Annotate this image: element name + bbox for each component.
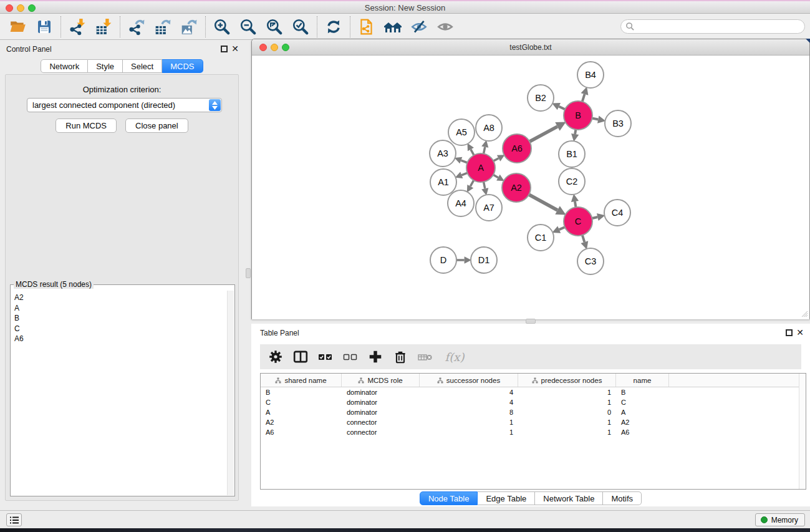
table-cell[interactable]: dominator: [342, 397, 420, 407]
tab-edge-table[interactable]: Edge Table: [478, 491, 535, 505]
table-cell[interactable]: C: [261, 397, 342, 407]
table-row[interactable]: Adominator80A: [261, 407, 806, 417]
table-cell[interactable]: 1: [518, 397, 616, 407]
session-title: Session: New Session: [0, 3, 810, 12]
result-item[interactable]: A2: [14, 293, 226, 303]
column-header-name[interactable]: name: [616, 374, 669, 387]
network-graph[interactable]: AA1A2A3A4A5A6A7A8BB1B2B3B4CC1C2C3C4DD1: [252, 56, 809, 319]
add-column-button[interactable]: [367, 349, 383, 365]
table-tabs: Node TableEdge TableNetwork TableMotifs: [251, 491, 810, 505]
refresh-button[interactable]: [321, 16, 347, 38]
tab-select[interactable]: Select: [123, 59, 162, 73]
edge-B-B4[interactable]: [582, 94, 584, 102]
horizontal-splitter-handle[interactable]: [526, 319, 536, 324]
zoom-out-button[interactable]: [235, 16, 261, 38]
table-row[interactable]: Bdominator41B: [261, 387, 806, 397]
table-cell[interactable]: C: [616, 397, 669, 407]
result-item[interactable]: A6: [14, 334, 226, 344]
zoom-in-button[interactable]: [209, 16, 235, 38]
tab-network[interactable]: Network: [41, 59, 88, 73]
node-label: B2: [535, 93, 546, 103]
export-table-button[interactable]: [150, 16, 176, 38]
memory-button[interactable]: Memory: [755, 513, 805, 526]
network-from-file-button[interactable]: [354, 16, 380, 38]
task-history-button[interactable]: [6, 513, 22, 526]
column-header-successor-nodes[interactable]: successor nodes: [420, 374, 518, 387]
eye-icon: [436, 18, 454, 36]
close-table-panel-icon[interactable]: ✕: [796, 327, 804, 337]
result-item[interactable]: C: [14, 324, 226, 334]
column-header-predecessor-nodes[interactable]: predecessor nodes: [518, 374, 616, 387]
vertical-splitter-handle[interactable]: [246, 268, 251, 278]
table-cell[interactable]: 4: [420, 387, 518, 397]
table-cell[interactable]: 1: [518, 427, 616, 437]
table-cell[interactable]: A6: [616, 427, 669, 437]
function-builder-button[interactable]: f(x): [442, 349, 467, 365]
tab-motifs[interactable]: Motifs: [603, 491, 642, 505]
export-image-button[interactable]: [176, 16, 202, 38]
network-window-titlebar[interactable]: testGlobe.txt: [252, 39, 809, 56]
table-cell[interactable]: B: [616, 387, 669, 397]
table-cell[interactable]: 1: [518, 387, 616, 397]
column-header-MCDS-role[interactable]: MCDS role: [342, 374, 420, 387]
open-session-button[interactable]: [5, 16, 31, 38]
table-cell[interactable]: connector: [342, 427, 420, 437]
edge-A2-C[interactable]: [528, 195, 557, 210]
save-session-button[interactable]: [31, 16, 57, 38]
table-cell[interactable]: A: [616, 407, 669, 417]
deselect-all-button[interactable]: [342, 349, 359, 365]
table-cell[interactable]: A2: [261, 417, 342, 427]
run-mcds-button[interactable]: Run MCDS: [55, 118, 117, 133]
node-table[interactable]: shared nameMCDS rolesuccessor nodesprede…: [260, 373, 806, 490]
close-panel-button[interactable]: Close panel: [125, 118, 188, 133]
show-columns-button[interactable]: [292, 349, 309, 365]
import-network-button[interactable]: [64, 16, 90, 38]
table-cell[interactable]: 1: [420, 427, 518, 437]
table-cell[interactable]: 8: [420, 407, 518, 417]
tab-mcds[interactable]: MCDS: [162, 59, 203, 73]
table-settings-button[interactable]: [268, 349, 284, 365]
tab-style[interactable]: Style: [88, 59, 123, 73]
close-panel-icon[interactable]: ✕: [231, 44, 239, 54]
refresh-icon: [325, 18, 342, 36]
delete-table-button[interactable]: [417, 349, 433, 365]
home-button[interactable]: [380, 16, 406, 38]
table-cell[interactable]: dominator: [342, 407, 420, 417]
import-table-button[interactable]: [90, 16, 117, 38]
zoom-selected-button[interactable]: [287, 16, 314, 38]
show-all-button[interactable]: [432, 16, 458, 38]
table-cell[interactable]: connector: [342, 417, 420, 427]
result-scrollbar[interactable]: [227, 291, 234, 495]
table-cell[interactable]: dominator: [342, 387, 420, 397]
table-row[interactable]: A6connector11A6: [261, 427, 806, 437]
table-row[interactable]: Cdominator41C: [261, 397, 806, 407]
result-item[interactable]: A: [14, 303, 226, 314]
table-cell[interactable]: A6: [261, 427, 342, 437]
resize-grip-icon[interactable]: [801, 310, 808, 317]
result-item[interactable]: B: [14, 313, 226, 324]
hide-selected-button[interactable]: [406, 16, 432, 38]
zoom-selected-icon: [292, 18, 309, 36]
criterion-dropdown[interactable]: largest connected component (directed): [27, 98, 222, 112]
table-cell[interactable]: 1: [518, 417, 616, 427]
table-row[interactable]: A2connector11A2: [261, 417, 806, 427]
zoom-fit-button[interactable]: [261, 16, 287, 38]
table-scrollbar[interactable]: [799, 374, 806, 489]
table-cell[interactable]: A2: [616, 417, 669, 427]
table-cell[interactable]: 1: [420, 417, 518, 427]
float-table-panel-icon[interactable]: [786, 329, 793, 336]
tab-network-table[interactable]: Network Table: [535, 491, 603, 505]
table-cell[interactable]: B: [261, 387, 342, 397]
table-cell[interactable]: A: [261, 407, 342, 417]
delete-column-button[interactable]: [392, 349, 408, 365]
float-panel-icon[interactable]: [221, 46, 228, 52]
export-network-button[interactable]: [123, 16, 150, 38]
search-input[interactable]: [620, 19, 805, 34]
table-cell[interactable]: 4: [420, 397, 518, 407]
table-cell[interactable]: 0: [518, 407, 616, 417]
edge-A6-B[interactable]: [529, 127, 557, 142]
column-header-shared-name[interactable]: shared name: [261, 374, 342, 387]
select-all-button[interactable]: [317, 349, 334, 365]
tab-node-table[interactable]: Node Table: [420, 491, 478, 505]
network-canvas[interactable]: AA1A2A3A4A5A6A7A8BB1B2B3B4CC1C2C3C4DD1: [252, 56, 809, 319]
